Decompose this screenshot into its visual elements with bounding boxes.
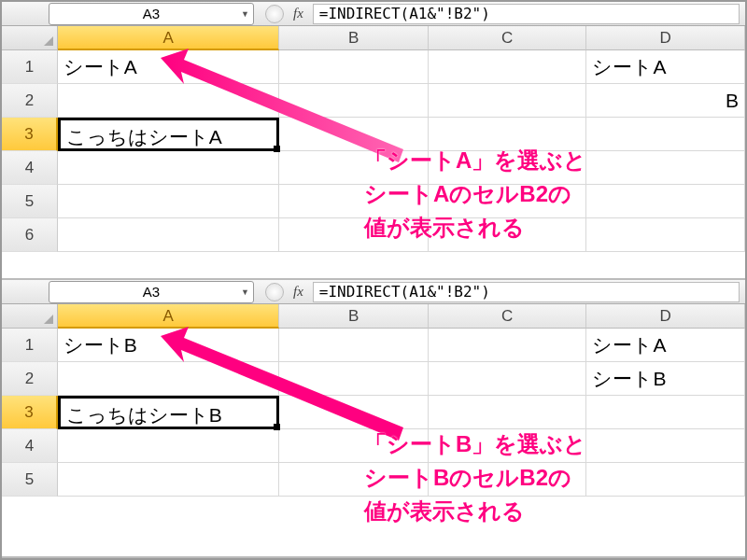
excel-panel-bottom: A3 ▼ fx =INDIRECT(A1&"!B2") A B C D 1 シー… bbox=[2, 280, 745, 558]
fx-button-circle[interactable] bbox=[265, 5, 284, 23]
row-4: 4 bbox=[2, 151, 745, 185]
fx-button-circle[interactable] bbox=[265, 283, 284, 301]
row-1: 1 シートB シートA bbox=[2, 329, 745, 362]
row-header-1[interactable]: 1 bbox=[2, 50, 58, 84]
cell-D3[interactable] bbox=[586, 118, 745, 151]
cell-D2[interactable]: B bbox=[586, 84, 745, 118]
cell-D5[interactable] bbox=[586, 463, 745, 497]
name-box-value: A3 bbox=[143, 6, 160, 21]
cell-D1[interactable]: シートA bbox=[586, 50, 745, 84]
column-headers: A B C D bbox=[2, 26, 745, 50]
cell-C3[interactable] bbox=[429, 118, 587, 151]
cell-D5[interactable] bbox=[586, 185, 745, 218]
cell-C5[interactable] bbox=[429, 185, 587, 218]
cell-B6[interactable] bbox=[279, 218, 429, 252]
formula-bar: A3 ▼ fx =INDIRECT(A1&"!B2") bbox=[2, 280, 745, 304]
col-header-C[interactable]: C bbox=[429, 26, 587, 50]
cell-A6[interactable] bbox=[58, 218, 279, 252]
row-5: 5 bbox=[2, 185, 745, 218]
row-header-3[interactable]: 3 bbox=[2, 396, 58, 429]
row-3: 3 こっちはシートA bbox=[2, 118, 745, 151]
cell-B3[interactable] bbox=[279, 118, 429, 151]
row-header-5[interactable]: 5 bbox=[2, 463, 58, 497]
chevron-down-icon[interactable]: ▼ bbox=[241, 287, 249, 297]
col-header-D[interactable]: D bbox=[586, 304, 745, 329]
cell-B1[interactable] bbox=[279, 50, 429, 84]
cell-B5[interactable] bbox=[279, 463, 429, 497]
cell-A4[interactable] bbox=[58, 429, 279, 463]
cell-C4[interactable] bbox=[429, 429, 587, 463]
cell-C3[interactable] bbox=[429, 396, 587, 429]
cell-D6[interactable] bbox=[586, 218, 745, 252]
cell-C1[interactable] bbox=[429, 50, 587, 84]
row-2: 2 B bbox=[2, 84, 745, 118]
cell-B1[interactable] bbox=[279, 329, 429, 362]
fx-icon[interactable]: fx bbox=[293, 6, 303, 21]
column-headers: A B C D bbox=[2, 304, 745, 329]
cell-B2[interactable] bbox=[279, 362, 429, 396]
row-header-3[interactable]: 3 bbox=[2, 118, 58, 151]
name-box[interactable]: A3 ▼ bbox=[49, 3, 254, 25]
cell-A1[interactable]: シートA bbox=[58, 50, 279, 84]
row-header-5[interactable]: 5 bbox=[2, 185, 58, 218]
row-4: 4 bbox=[2, 429, 745, 463]
cell-C2[interactable] bbox=[429, 84, 587, 118]
cell-D1[interactable]: シートA bbox=[586, 329, 745, 362]
name-box-value: A3 bbox=[143, 284, 160, 300]
cell-D4[interactable] bbox=[586, 429, 745, 463]
cell-C6[interactable] bbox=[429, 218, 587, 252]
cell-B2[interactable] bbox=[279, 84, 429, 118]
cell-D2[interactable]: シートB bbox=[586, 362, 745, 396]
cell-D4[interactable] bbox=[586, 151, 745, 185]
cell-B5[interactable] bbox=[279, 185, 429, 218]
formula-text: =INDIRECT(A1&"!B2") bbox=[319, 5, 490, 22]
row-header-2[interactable]: 2 bbox=[2, 84, 58, 118]
cell-A3[interactable]: こっちはシートB bbox=[58, 396, 279, 429]
col-header-A[interactable]: A bbox=[58, 26, 279, 50]
col-header-C[interactable]: C bbox=[429, 304, 587, 329]
cell-B4[interactable] bbox=[279, 151, 429, 185]
formula-input[interactable]: =INDIRECT(A1&"!B2") bbox=[313, 4, 740, 24]
cell-A5[interactable] bbox=[58, 185, 279, 218]
cell-A5[interactable] bbox=[58, 463, 279, 497]
row-header-4[interactable]: 4 bbox=[2, 151, 58, 185]
row-6: 6 bbox=[2, 218, 745, 252]
row-3: 3 こっちはシートB bbox=[2, 396, 745, 429]
col-header-B[interactable]: B bbox=[279, 304, 429, 329]
row-header-6[interactable]: 6 bbox=[2, 218, 58, 252]
formula-bar: A3 ▼ fx =INDIRECT(A1&"!B2") bbox=[2, 2, 745, 26]
grid-bottom: A B C D 1 シートB シートA 2 シートB 3 こっちはシートB bbox=[2, 304, 745, 497]
cell-C2[interactable] bbox=[429, 362, 587, 396]
cell-C1[interactable] bbox=[429, 329, 587, 362]
cell-A4[interactable] bbox=[58, 151, 279, 185]
cell-B3[interactable] bbox=[279, 396, 429, 429]
select-all-corner[interactable] bbox=[2, 304, 58, 329]
row-2: 2 シートB bbox=[2, 362, 745, 396]
name-box[interactable]: A3 ▼ bbox=[49, 281, 254, 303]
formula-text: =INDIRECT(A1&"!B2") bbox=[319, 283, 490, 301]
col-header-A[interactable]: A bbox=[58, 304, 279, 329]
grid-top: A B C D 1 シートA シートA 2 B 3 こっちはシートA 4 bbox=[2, 26, 745, 252]
row-header-2[interactable]: 2 bbox=[2, 362, 58, 396]
cell-B4[interactable] bbox=[279, 429, 429, 463]
formula-area: fx =INDIRECT(A1&"!B2") bbox=[265, 282, 745, 302]
row-1: 1 シートA シートA bbox=[2, 50, 745, 84]
formula-input[interactable]: =INDIRECT(A1&"!B2") bbox=[313, 282, 740, 302]
cell-A1[interactable]: シートB bbox=[58, 329, 279, 362]
col-header-D[interactable]: D bbox=[586, 26, 745, 50]
cell-A2[interactable] bbox=[58, 362, 279, 396]
row-header-4[interactable]: 4 bbox=[2, 429, 58, 463]
fx-icon[interactable]: fx bbox=[293, 284, 303, 300]
select-all-corner[interactable] bbox=[2, 26, 58, 50]
formula-area: fx =INDIRECT(A1&"!B2") bbox=[265, 4, 745, 24]
cell-C5[interactable] bbox=[429, 463, 587, 497]
col-header-B[interactable]: B bbox=[279, 26, 429, 50]
cell-A3[interactable]: こっちはシートA bbox=[58, 118, 279, 151]
row-header-1[interactable]: 1 bbox=[2, 329, 58, 362]
chevron-down-icon[interactable]: ▼ bbox=[241, 9, 249, 19]
row-5: 5 bbox=[2, 463, 745, 497]
excel-panel-top: A3 ▼ fx =INDIRECT(A1&"!B2") A B C D 1 シー… bbox=[2, 2, 745, 280]
cell-D3[interactable] bbox=[586, 396, 745, 429]
cell-C4[interactable] bbox=[429, 151, 587, 185]
cell-A2[interactable] bbox=[58, 84, 279, 118]
